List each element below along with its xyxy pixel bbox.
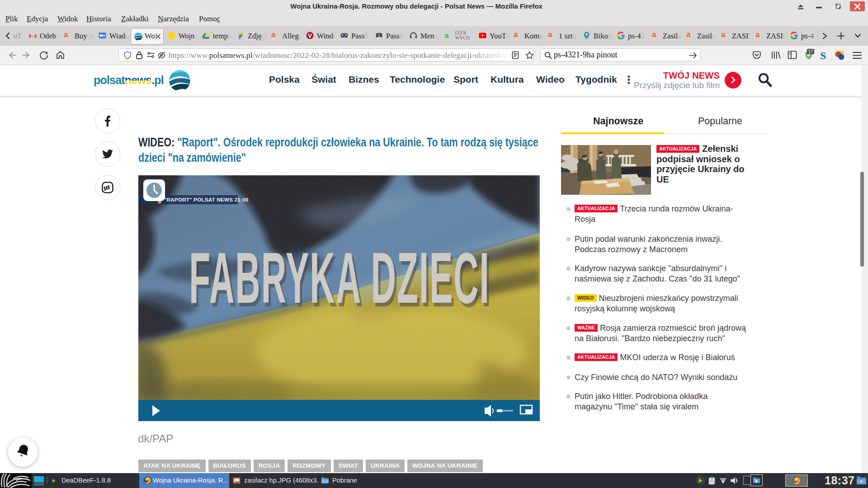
svg-text:E: E: [104, 34, 105, 37]
svg-text:"RAPORT" POLSAT NEWS 21:00: "RAPORT" POLSAT NEWS 21:00: [164, 197, 249, 202]
svg-text:17: 17: [808, 49, 813, 54]
